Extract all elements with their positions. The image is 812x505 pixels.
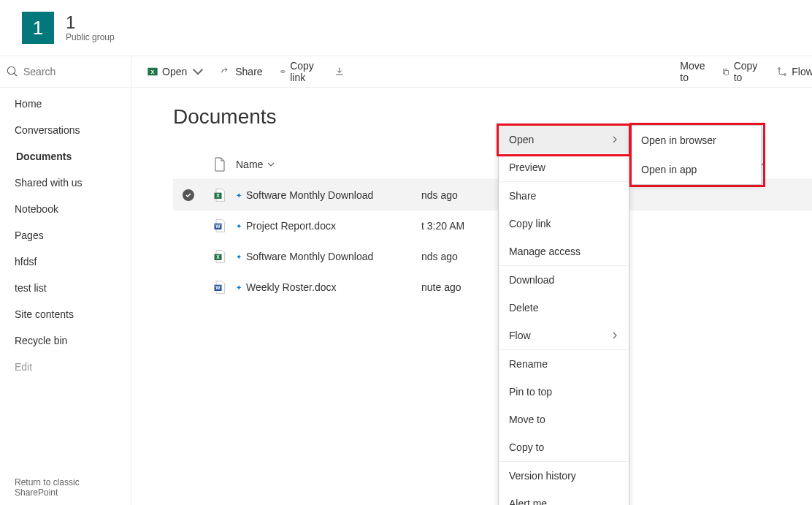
- file-name: Software Monthly Download: [246, 189, 373, 201]
- menu-manage-access[interactable]: Manage access: [499, 238, 629, 265]
- cmd-share[interactable]: Share: [214, 56, 268, 87]
- chevron-right-icon: [611, 136, 618, 143]
- excel-file-icon: X: [212, 249, 227, 264]
- nav-documents[interactable]: Documents: [0, 143, 131, 170]
- col-header-name[interactable]: Name: [236, 159, 418, 170]
- nav-shared[interactable]: Shared with us: [0, 170, 131, 196]
- nav-hfdsf[interactable]: hfdsf: [0, 248, 131, 275]
- site-header: 1 1 Public group: [0, 0, 812, 56]
- command-bar: X Open Share Copy link Move to Copy to: [132, 56, 812, 88]
- site-subtitle: Public group: [66, 32, 115, 42]
- word-file-icon: W: [212, 280, 227, 295]
- menu-copylink[interactable]: Copy link: [499, 210, 629, 238]
- open-submenu: Open in browser Open in app: [630, 125, 762, 185]
- svg-text:W: W: [215, 224, 221, 229]
- nav-pages[interactable]: Pages: [0, 222, 131, 248]
- svg-point-6: [778, 68, 781, 70]
- svg-text:X: X: [151, 69, 155, 75]
- new-indicator-icon: ✦: [236, 222, 242, 230]
- cmd-moveto[interactable]: Move to: [674, 56, 710, 87]
- site-icon: 1: [22, 12, 54, 44]
- link-icon: [279, 66, 287, 77]
- menu-rename[interactable]: Rename: [499, 349, 629, 378]
- left-nav: Home Conversations Documents Shared with…: [0, 88, 131, 470]
- table-row[interactable]: W ✦Project Report.docx t 3:20 AM Tarun L: [173, 210, 812, 241]
- flow-icon: [776, 66, 788, 77]
- file-name: Project Report.docx: [246, 220, 336, 232]
- menu-flow[interactable]: Flow: [499, 322, 629, 349]
- cmd-download[interactable]: [328, 56, 351, 87]
- chevron-right-icon: [611, 332, 618, 339]
- submenu-open-app[interactable]: Open in app: [631, 155, 761, 184]
- svg-point-0: [7, 67, 15, 75]
- cmd-open[interactable]: X Open: [141, 56, 210, 87]
- nav-sitecontents[interactable]: Site contents: [0, 301, 131, 327]
- cmd-copyto[interactable]: Copy to: [716, 56, 767, 87]
- cmd-copylink[interactable]: Copy link: [273, 56, 324, 87]
- search-input[interactable]: [23, 66, 126, 77]
- file-name: Software Monthly Download: [246, 251, 373, 262]
- menu-moveto[interactable]: Move to: [499, 406, 629, 433]
- svg-rect-5: [724, 70, 728, 75]
- nav-notebook[interactable]: Notebook: [0, 196, 131, 222]
- menu-copyto[interactable]: Copy to: [499, 433, 629, 461]
- nav-recyclebin[interactable]: Recycle bin: [0, 327, 131, 354]
- menu-preview[interactable]: Preview: [499, 153, 629, 181]
- nav-home[interactable]: Home: [0, 91, 131, 117]
- menu-share[interactable]: Share: [499, 181, 629, 210]
- new-indicator-icon: ✦: [236, 253, 242, 261]
- table-row[interactable]: X ✦Software Monthly Download nds ago Tar…: [173, 241, 812, 272]
- svg-line-1: [14, 73, 17, 76]
- menu-alert[interactable]: Alert me: [499, 490, 629, 505]
- table-row[interactable]: W ✦Weekly Roster.docx nute ago Tarun L: [173, 272, 812, 303]
- excel-file-icon: X: [212, 188, 227, 202]
- menu-pin[interactable]: Pin to top: [499, 378, 629, 406]
- chevron-down-icon: [192, 66, 204, 77]
- new-indicator-icon: ✦: [236, 284, 242, 292]
- context-menu: Open Preview Share Copy link Manage acce…: [498, 125, 629, 505]
- submenu-open-browser[interactable]: Open in browser: [631, 126, 761, 155]
- menu-delete[interactable]: Delete: [499, 294, 629, 322]
- nav-conversations[interactable]: Conversations: [0, 117, 131, 143]
- svg-text:X: X: [216, 193, 220, 198]
- file-type-header-icon: [214, 157, 226, 172]
- menu-open[interactable]: Open: [499, 126, 629, 153]
- menu-version[interactable]: Version history: [499, 461, 629, 490]
- classic-link[interactable]: Return to classic SharePoint: [0, 470, 131, 505]
- excel-icon: X: [147, 66, 158, 77]
- new-indicator-icon: ✦: [236, 191, 242, 200]
- nav-edit[interactable]: Edit: [0, 354, 131, 380]
- cmd-flow[interactable]: Flow: [770, 56, 812, 87]
- nav-testlist[interactable]: test list: [0, 275, 131, 301]
- file-name: Weekly Roster.docx: [246, 281, 336, 293]
- share-icon: [220, 66, 231, 77]
- svg-point-7: [784, 74, 786, 76]
- copy-icon: [721, 66, 730, 77]
- word-file-icon: W: [212, 219, 227, 233]
- svg-text:W: W: [215, 285, 221, 290]
- chevron-down-icon: [267, 161, 275, 168]
- row-selected-icon: [183, 189, 194, 201]
- site-title: 1: [66, 13, 115, 32]
- search-box[interactable]: [0, 56, 131, 88]
- menu-download[interactable]: Download: [499, 265, 629, 294]
- search-icon: [6, 65, 19, 78]
- download-icon: [334, 66, 345, 77]
- svg-text:X: X: [216, 254, 220, 259]
